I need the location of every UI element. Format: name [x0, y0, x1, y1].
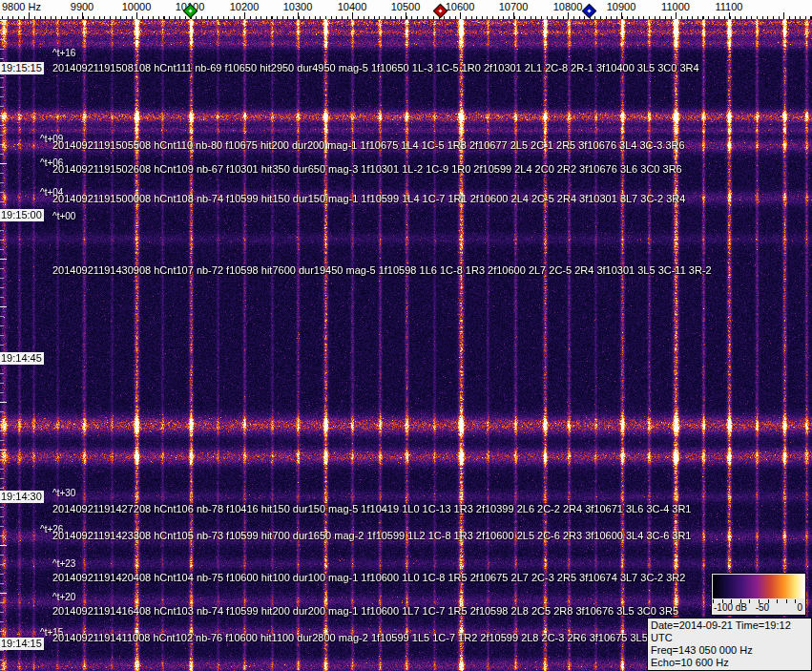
- echo-frequency-text: Echo=10 600 Hz: [651, 657, 808, 669]
- detection-log-line: 20140921191500008 hCnt108 nb-74 f10599 h…: [52, 193, 685, 204]
- detection-log-line: 20140921191508108 hCnt111 nb-69 f10650 h…: [52, 62, 699, 73]
- detection-log-line: 20140921191411008 hCnt102 nb-76 f10600 h…: [52, 632, 656, 643]
- time-tick-label: 19:14:30: [0, 491, 44, 503]
- detection-log-line: 20140921191420408 hCnt104 nb-75 f10600 h…: [52, 572, 685, 583]
- blue-diamond-marker: [582, 4, 597, 19]
- time-tick-label: 19:14:15: [0, 638, 44, 650]
- diamond-center-dot: [438, 9, 442, 12]
- frequency-tick-label: 11000: [661, 1, 690, 12]
- spectrogram-display: 9800 Hz990010000101001020010300104001050…: [0, 0, 812, 671]
- detection-log-line: 20140921191502608 hCnt109 nb-67 f10301 h…: [52, 163, 682, 175]
- detection-log-line: 20140921191423308 hCnt105 nb-73 f10599 h…: [52, 530, 692, 541]
- frequency-tick-label: 9900: [71, 1, 94, 12]
- time-tick-label: 19:15:15: [0, 62, 44, 74]
- frequency-tick-label: 10500: [391, 1, 421, 12]
- status-info-box: Date=2014-09-21 Time=19:12 UTC Freq=143 …: [647, 618, 812, 671]
- frequency-axis: 9800 Hz990010000101001020010300104001050…: [0, 0, 812, 19]
- frequency-tick-label: 10000: [122, 1, 152, 12]
- db-scale-labels: -100 dB -50 0: [712, 602, 805, 615]
- time-tick-label: 19:15:00: [0, 209, 44, 221]
- detection-log-line: 20140921191427208 hCnt106 nb-78 f10416 h…: [52, 503, 692, 514]
- spectrogram-waterfall: [0, 0, 812, 671]
- db-colormap-gradient: [713, 575, 804, 598]
- frequency-text: Freq=143 050 000 Hz: [651, 644, 808, 657]
- time-axis-ticks: [0, 19, 8, 671]
- frequency-tick-label: 10200: [230, 1, 260, 12]
- frequency-tick-label: 10600: [446, 1, 475, 12]
- frequency-tick-label: 10900: [607, 1, 636, 12]
- time-offset-marker: ^t+23: [52, 558, 75, 569]
- diamond-center-dot: [188, 9, 192, 12]
- frequency-tick-label: 10800: [553, 1, 583, 12]
- detection-log-line: 20140921191416408 hCnt103 nb-74 f10599 h…: [52, 605, 678, 617]
- db-min-label: -100 dB: [714, 602, 747, 614]
- db-mid-label: -50: [756, 602, 769, 614]
- time-offset-marker: ^t+16: [52, 48, 75, 58]
- frequency-tick-label: 10400: [338, 1, 367, 12]
- db-scale-legend: -100 dB -50 0: [711, 573, 806, 616]
- time-offset-marker: ^t+20: [52, 592, 75, 602]
- time-offset-marker: ^t+30: [52, 488, 75, 498]
- frequency-tick-label: 10300: [283, 1, 313, 12]
- frequency-tick-label: 9800 Hz: [2, 1, 41, 12]
- detection-log-line: 20140921191430908 hCnt107 nb-72 f10598 h…: [52, 264, 712, 276]
- detection-log-line: 20140921191505508 hCnt110 nb-80 f10675 h…: [52, 139, 685, 151]
- diamond-center-dot: [587, 9, 591, 12]
- db-max-label: 0: [797, 602, 802, 614]
- date-time-text: Date=2014-09-21 Time=19:12 UTC: [651, 619, 808, 644]
- time-tick-label: 19:14:45: [0, 352, 44, 365]
- frequency-tick-label: 11100: [716, 1, 743, 12]
- time-offset-marker: ^t+00: [52, 211, 75, 221]
- frequency-tick-label: 10700: [499, 1, 529, 12]
